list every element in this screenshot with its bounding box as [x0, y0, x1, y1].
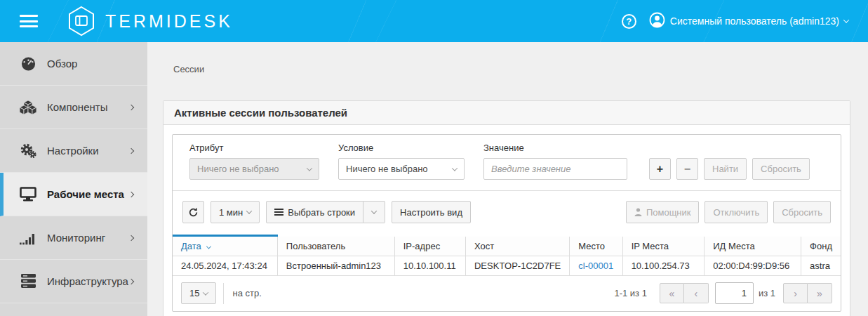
chevron-down-icon	[843, 17, 849, 22]
refresh-icon	[188, 207, 199, 218]
reset-filter-button[interactable]: Сбросить	[752, 158, 810, 180]
select-rows-button[interactable]: Выбрать строки	[266, 201, 363, 223]
reset-sessions-button[interactable]: Сбросить	[773, 201, 831, 223]
hamburger-menu-icon[interactable]	[20, 15, 38, 27]
divider	[223, 283, 224, 304]
per-page-value: 15	[189, 288, 199, 298]
chevron-right-icon	[128, 278, 134, 284]
per-page-label: на стр.	[232, 288, 261, 298]
brand-name: TERMIDESK	[105, 11, 233, 32]
configure-view-button[interactable]: Настроить вид	[392, 201, 471, 223]
column-header-place[interactable]: Место	[570, 236, 622, 256]
sidebar-item-components[interactable]: Компоненты	[0, 86, 147, 129]
sidebar-item-label: Рабочие места	[47, 188, 129, 200]
person-icon	[634, 208, 642, 216]
user-avatar-icon	[649, 12, 665, 30]
sort-descending-icon	[206, 244, 211, 249]
chevron-right-icon	[128, 235, 134, 240]
page-number-input[interactable]	[715, 282, 754, 304]
attribute-select[interactable]: Ничего не выбрано	[189, 158, 319, 180]
cell-pool: astra	[801, 256, 841, 276]
interval-value: 1 мин	[219, 207, 243, 218]
help-icon[interactable]: ?	[622, 14, 636, 29]
attribute-label: Атрибут	[189, 143, 319, 153]
condition-select-value: Ничего не выбрано	[346, 164, 428, 174]
value-input[interactable]	[483, 158, 627, 180]
column-header-ip[interactable]: IP-адрес	[394, 236, 465, 256]
table-header-row: Дата Пользователь IP-адрес Хост Место IP…	[173, 236, 841, 256]
gears-icon	[19, 143, 37, 159]
prev-page-button[interactable]: ‹	[684, 283, 709, 303]
sidebar-item-label: Компоненты	[47, 101, 129, 113]
cell-ip: 10.10.100.11	[394, 256, 465, 276]
page-of-text: из 1	[759, 288, 775, 298]
sidebar-item-label: Мониторинг	[47, 232, 129, 244]
cell-host: DESKTOP-1C2D7FE	[465, 256, 569, 276]
chevron-right-icon	[128, 104, 134, 110]
user-name: Системный пользователь (admin123)	[670, 15, 839, 27]
sidebar-item-settings[interactable]: Настройки	[0, 129, 147, 173]
signal-bars-icon	[19, 230, 37, 246]
remove-filter-button[interactable]: −	[676, 158, 698, 180]
sidebar-item-label: Настройки	[47, 145, 129, 157]
sidebar-item-label: Обзор	[47, 58, 135, 70]
condition-label: Условие	[338, 143, 465, 153]
refresh-interval-select[interactable]: 1 мин	[211, 201, 260, 223]
server-stack-icon	[19, 274, 37, 289]
sidebar-item-infrastructure[interactable]: Инфраструктура	[0, 260, 147, 303]
column-header-user[interactable]: Пользователь	[277, 236, 394, 256]
column-header-date[interactable]: Дата	[173, 236, 277, 256]
last-page-button[interactable]: »	[808, 283, 832, 303]
first-page-button[interactable]: «	[660, 283, 684, 303]
main-content: Сессии Активные сессии пользователей Атр…	[147, 42, 868, 316]
cell-date: 24.05.2024, 17:43:24	[173, 256, 277, 276]
breadcrumb: Сессии	[163, 42, 850, 74]
reset-sessions-label: Сбросить	[782, 207, 822, 218]
select-rows-label: Выбрать строки	[288, 207, 355, 218]
disconnect-button[interactable]: Отключить	[705, 201, 768, 223]
column-header-place-ip[interactable]: IP Места	[622, 236, 705, 256]
top-bar: TERMIDESK ? Системный пользователь (admi…	[0, 0, 868, 42]
select-rows-dropdown-button[interactable]	[363, 201, 385, 223]
sidebar-item-workplaces[interactable]: Рабочие места	[0, 173, 147, 216]
termidesk-hexagon-icon	[67, 6, 95, 37]
value-label: Значение	[483, 143, 627, 153]
chevron-down-icon	[246, 208, 252, 213]
cell-place-ip: 10.100.254.73	[622, 256, 705, 276]
monitor-icon	[19, 187, 37, 202]
per-page-select[interactable]: 15	[181, 282, 216, 304]
add-filter-button[interactable]: +	[649, 158, 671, 180]
disconnect-label: Отключить	[713, 207, 759, 218]
assistant-label: Помощник	[646, 207, 691, 218]
chevron-down-icon	[203, 289, 208, 295]
column-header-pool[interactable]: Фонд	[801, 236, 841, 256]
column-header-label: Дата	[181, 241, 201, 251]
filter-section: Атрибут Ничего не выбрано Условие Ничего…	[173, 135, 841, 191]
sidebar: Обзор Компоненты	[0, 42, 147, 316]
range-text: 1-1 из 1	[614, 288, 646, 298]
cell-place-id: 02:00:D4:99:D9:56	[705, 256, 801, 276]
user-menu[interactable]: Системный пользователь (admin123)	[649, 12, 848, 30]
column-header-place-id[interactable]: ИД Места	[705, 236, 801, 256]
sessions-table: Дата Пользователь IP-адрес Хост Место IP…	[173, 235, 841, 276]
active-sessions-panel: Активные сессии пользователей Атрибут Ни…	[163, 100, 850, 316]
table-row: 24.05.2024, 17:43:24 Встроенный-admin123…	[173, 256, 841, 276]
chevron-down-icon	[307, 165, 312, 171]
column-header-host[interactable]: Хост	[465, 236, 569, 256]
pagination-bar: 15 на стр. 1-1 из 1 « ‹	[173, 276, 841, 311]
assistant-button[interactable]: Помощник	[626, 201, 700, 223]
chevron-right-icon	[128, 147, 134, 153]
next-page-button[interactable]: ›	[783, 283, 808, 303]
place-link[interactable]: cl-00001	[578, 261, 613, 271]
table-toolbar: 1 мин Выбрать строки Нас	[173, 191, 841, 235]
cell-user: Встроенный-admin123	[277, 256, 394, 276]
cubes-icon	[19, 100, 37, 115]
sidebar-item-monitoring[interactable]: Мониторинг	[0, 216, 147, 260]
refresh-button[interactable]	[182, 201, 204, 223]
sidebar-item-overview[interactable]: Обзор	[0, 42, 147, 86]
sidebar-item-label: Инфраструктура	[47, 275, 129, 287]
condition-select[interactable]: Ничего не выбрано	[338, 158, 465, 180]
find-button[interactable]: Найти	[704, 158, 747, 180]
panel-title: Активные сессии пользователей	[163, 101, 850, 125]
chevron-right-icon	[128, 191, 134, 197]
